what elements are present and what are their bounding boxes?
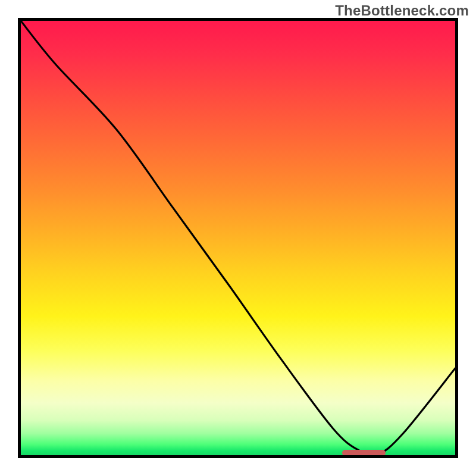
watermark-text: TheBottleneck.com: [335, 2, 469, 19]
optimal-zone-marker: [342, 450, 386, 456]
plot-area: [18, 18, 458, 458]
bottleneck-curve: [21, 21, 455, 455]
curve-svg: [21, 21, 455, 455]
